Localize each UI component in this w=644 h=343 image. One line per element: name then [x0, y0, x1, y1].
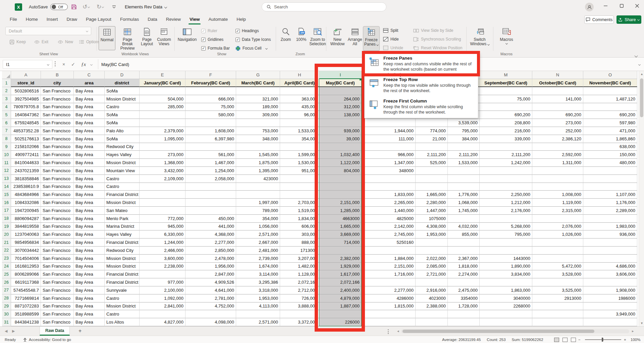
cell-h20[interactable]: 303,000: [280, 230, 319, 238]
zoom-level[interactable]: 100%: [631, 336, 640, 343]
row-number[interactable]: 22: [2, 247, 11, 255]
cell-n20[interactable]: 1,026,000: [532, 230, 583, 238]
cell-n10[interactable]: 2,592,000: [532, 151, 583, 159]
cell-b4[interactable]: San Francisco: [41, 103, 74, 111]
cell-h21[interactable]: 888,000: [280, 238, 319, 247]
cell-m13[interactable]: [480, 175, 532, 183]
cell-c5[interactable]: Bay Area: [74, 111, 105, 119]
cell-g26[interactable]: 3,295,386: [236, 278, 280, 286]
cell-k24[interactable]: 2,085,000: [416, 263, 448, 271]
cell-l18[interactable]: [448, 215, 480, 223]
cell-l12[interactable]: [448, 167, 480, 175]
cell-e16[interactable]: [140, 199, 185, 207]
cell-d28[interactable]: Castro: [105, 294, 140, 302]
undo-button[interactable]: ↺: [83, 0, 90, 14]
cell-n22[interactable]: [532, 247, 583, 255]
prev-sheet-button[interactable]: ◀: [5, 329, 7, 333]
zoom-button[interactable]: Zoom: [278, 26, 293, 42]
cell-e15[interactable]: [140, 191, 185, 199]
scroll-left-icon[interactable]: ◂: [397, 329, 399, 333]
formula-bar-grip[interactable]: [55, 61, 56, 66]
cell-k27[interactable]: 2,916,000: [416, 286, 448, 294]
cell-m16[interactable]: 1,212,000: [480, 199, 532, 207]
cell-o26[interactable]: [583, 278, 637, 286]
cell-l10[interactable]: 2,111,200: [448, 151, 480, 159]
cell-e29[interactable]: 2,841,000: [140, 302, 185, 311]
cell-d20[interactable]: Hayes Valley: [105, 230, 140, 238]
cell-h24[interactable]: 1,482,000: [280, 263, 319, 271]
cell-i27[interactable]: 2,400,000: [319, 286, 362, 294]
cell-d19[interactable]: Marina District: [105, 223, 140, 231]
cell-c15[interactable]: Bay Area: [74, 191, 105, 199]
row-number[interactable]: 1: [2, 79, 11, 87]
cell-a20[interactable]: 1237040063: [11, 230, 41, 238]
cell-h16[interactable]: 2,703,000: [280, 199, 319, 207]
zoom-out-button[interactable]: −: [578, 336, 581, 343]
cell-e23[interactable]: 3,600,000: [140, 255, 185, 263]
cell-h23[interactable]: 3,207,000: [280, 255, 319, 263]
cell-e19[interactable]: 945,000: [140, 223, 185, 231]
autosave-toggle[interactable]: AutoSave Off: [29, 0, 68, 14]
cell-h31[interactable]: 3,372,000: [280, 318, 319, 326]
cell-a13[interactable]: 3818358846: [11, 175, 41, 183]
cell-d13[interactable]: Castro: [105, 175, 140, 183]
cell-f8[interactable]: 6,397,980: [185, 135, 236, 143]
cell-d5[interactable]: SoMa: [105, 111, 140, 119]
sheet-view-options-button[interactable]: Options: [79, 38, 100, 46]
cell-b22[interactable]: San Francisco: [41, 247, 74, 255]
cell-i25[interactable]: 1,617,000: [319, 270, 362, 278]
cell-h6[interactable]: [280, 119, 319, 127]
cell-c18[interactable]: Bay Area: [74, 215, 105, 223]
cell-l30[interactable]: [448, 310, 480, 318]
cell-j13[interactable]: [362, 175, 416, 183]
gridlines-checkbox[interactable]: ✓Gridlines: [201, 36, 223, 43]
cell-j28[interactable]: 4286000: [362, 294, 416, 302]
cell-n19[interactable]: 2,076,000: [532, 223, 583, 231]
row-number[interactable]: 2: [2, 87, 11, 95]
cell-d29[interactable]: Mission District: [105, 302, 140, 311]
new-window-button[interactable]: New Window: [328, 26, 346, 46]
cell-f26[interactable]: 4,909,526: [185, 278, 236, 286]
cell-m31[interactable]: [480, 318, 532, 326]
cell-n12[interactable]: [532, 167, 583, 175]
header-cell-h1[interactable]: April(BC Card): [280, 79, 319, 87]
cell-k26[interactable]: [416, 278, 448, 286]
column-header-b[interactable]: B: [41, 71, 74, 79]
cell-k28[interactable]: 4023000: [416, 294, 448, 302]
row-number[interactable]: 31: [2, 318, 11, 326]
new-sheet-view-button[interactable]: New: [58, 38, 73, 46]
cell-n6[interactable]: 273,000: [532, 119, 583, 127]
cell-i12[interactable]: 804,000: [319, 167, 362, 175]
cell-g31[interactable]: 2,571,000: [236, 318, 280, 326]
cell-f10[interactable]: 561,000: [185, 151, 236, 159]
cell-d17[interactable]: San Mateo: [105, 207, 140, 215]
cell-o6[interactable]: 597,980: [583, 119, 637, 127]
cell-c31[interactable]: Bay Area: [74, 318, 105, 326]
cell-e17[interactable]: [140, 207, 185, 215]
row-number[interactable]: 19: [2, 223, 11, 231]
cell-m25[interactable]: 3,834,000: [480, 270, 532, 278]
column-header-f[interactable]: F: [185, 71, 236, 79]
cell-f24[interactable]: 1,956,000: [185, 263, 236, 271]
cell-j18[interactable]: 4825000: [362, 215, 416, 223]
cell-h25[interactable]: 1,128,000: [280, 270, 319, 278]
cell-h29[interactable]: 3,888,000: [280, 302, 319, 311]
cell-g30[interactable]: [236, 310, 280, 318]
cell-j7[interactable]: 1,944,000: [362, 127, 416, 135]
cell-b18[interactable]: San Francisco: [41, 215, 74, 223]
view-side-by-side-button[interactable]: View Side by Side: [413, 27, 453, 34]
cell-i14[interactable]: [319, 183, 362, 191]
normal-view-shortcut[interactable]: [554, 338, 559, 342]
tab-data[interactable]: Data: [143, 14, 162, 25]
cell-f3[interactable]: 666,000: [185, 95, 236, 103]
cell-l31[interactable]: [448, 318, 480, 326]
cell-b15[interactable]: San Francisco: [41, 191, 74, 199]
row-number[interactable]: 15: [2, 191, 11, 199]
cell-n13[interactable]: [532, 175, 583, 183]
cell-g10[interactable]: 1,545,000: [236, 151, 280, 159]
cell-l24[interactable]: 1,818,000: [448, 263, 480, 271]
cell-d9[interactable]: Redwood City: [105, 143, 140, 151]
cell-m10[interactable]: 2,111,200: [480, 151, 532, 159]
cell-o4[interactable]: [583, 103, 637, 111]
cell-g13[interactable]: 423000: [236, 175, 280, 183]
